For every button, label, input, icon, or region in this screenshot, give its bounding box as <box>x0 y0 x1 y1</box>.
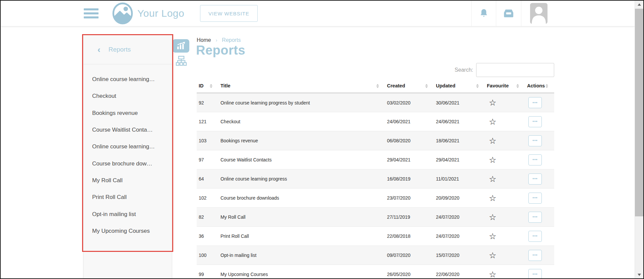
cell-created: 03/02/2020 <box>385 93 434 112</box>
cell-favourite: ☆ <box>485 169 525 189</box>
cell-updated: 15/07/2020 <box>434 246 485 265</box>
reports-table-container: ID Title Created Updated Favourite Actio… <box>197 80 554 279</box>
header-right-cluster <box>471 1 556 26</box>
table-row: 100 Opt-in mailing list 09/07/2020 15/07… <box>197 246 554 265</box>
cell-favourite: ☆ <box>485 112 525 131</box>
bell-icon <box>479 8 488 18</box>
table-row: 102 Course brochure downloads 23/07/2020… <box>197 189 554 208</box>
cell-title: Course brochure downloads <box>218 189 385 208</box>
table-row: 121 Checkout 24/06/2021 24/06/2021 ☆ ••• <box>197 112 554 131</box>
bar-chart-icon <box>176 42 186 50</box>
breadcrumb: Home › Reports <box>197 37 241 43</box>
cell-favourite: ☆ <box>485 265 525 279</box>
column-header-title[interactable]: Title <box>218 80 385 93</box>
logo-text[interactable]: Your Logo <box>137 8 184 19</box>
favourite-star-icon[interactable]: ☆ <box>489 270 496 279</box>
ellipsis-icon: ••• <box>532 120 538 124</box>
cell-updated: 24/07/2020 <box>434 208 485 227</box>
sort-icon[interactable] <box>516 84 519 88</box>
cell-created: 27/11/2019 <box>385 208 434 227</box>
cell-id: 121 <box>197 112 218 131</box>
cell-actions: ••• <box>525 169 554 189</box>
sidebar-report-item[interactable]: Checkout <box>83 88 172 104</box>
row-actions-button[interactable]: ••• <box>528 269 542 279</box>
favourite-star-icon[interactable]: ☆ <box>489 136 496 145</box>
cell-created: 22/08/2018 <box>385 227 434 246</box>
favourite-star-icon[interactable]: ☆ <box>489 193 496 203</box>
row-actions-button[interactable]: ••• <box>528 116 542 127</box>
favourite-star-icon[interactable]: ☆ <box>489 117 496 126</box>
sort-icon[interactable] <box>210 84 212 88</box>
sidebar-back-header[interactable]: ‹ Reports <box>83 35 172 64</box>
chart-view-button[interactable] <box>173 39 189 53</box>
cell-created: 24/06/2021 <box>385 112 434 131</box>
ellipsis-icon: ••• <box>532 272 538 276</box>
hamburger-menu-icon[interactable] <box>84 6 99 20</box>
cell-favourite: ☆ <box>485 189 525 208</box>
sort-icon[interactable] <box>376 84 379 88</box>
row-actions-button[interactable]: ••• <box>528 250 542 261</box>
ellipsis-icon: ••• <box>532 101 538 105</box>
favourite-star-icon[interactable]: ☆ <box>489 212 496 222</box>
sidebar-report-item[interactable]: Course brochure dow… <box>83 155 172 172</box>
inbox-icon <box>504 9 514 18</box>
row-actions-button[interactable]: ••• <box>528 212 542 223</box>
breadcrumb-home-link[interactable]: Home <box>197 37 211 43</box>
page-title: Reports <box>196 43 245 58</box>
table-row: 103 Bookings revenue 06/08/2020 18/06/20… <box>197 131 554 150</box>
reports-sidebar: ‹ Reports Online course learning…Checkou… <box>83 35 172 278</box>
row-actions-button[interactable]: ••• <box>528 97 542 108</box>
sort-icon[interactable] <box>476 84 479 88</box>
table-header-row: ID Title Created Updated Favourite Actio… <box>197 80 554 93</box>
ellipsis-icon: ••• <box>532 253 538 257</box>
column-header-created[interactable]: Created <box>385 80 434 93</box>
cell-updated: 24/06/2021 <box>434 112 485 131</box>
sidebar-report-item[interactable]: Opt-in mailing list <box>83 206 172 222</box>
favourite-star-icon[interactable]: ☆ <box>489 251 496 260</box>
row-actions-button[interactable]: ••• <box>528 193 542 204</box>
sort-icon[interactable] <box>425 84 428 88</box>
favourite-star-icon[interactable]: ☆ <box>489 98 496 107</box>
scroll-up-button[interactable] <box>635 1 643 8</box>
favourite-star-icon[interactable]: ☆ <box>489 231 496 241</box>
favourite-star-icon[interactable]: ☆ <box>489 155 496 164</box>
cell-actions: ••• <box>525 246 554 265</box>
cell-updated: 29/04/2021 <box>434 150 485 169</box>
row-actions-button[interactable]: ••• <box>528 231 542 242</box>
inbox-button[interactable] <box>496 1 521 26</box>
table-row: 99 My Upcoming Courses 26/05/2020 22/06/… <box>197 265 554 279</box>
sidebar-report-item[interactable]: Online course learning… <box>83 71 172 88</box>
sidebar-report-item[interactable]: My Upcoming Courses <box>83 223 172 239</box>
ellipsis-icon: ••• <box>532 196 538 200</box>
row-actions-button[interactable]: ••• <box>528 173 542 185</box>
column-header-updated[interactable]: Updated <box>434 80 485 93</box>
logo-image-icon[interactable] <box>112 2 134 24</box>
sidebar-report-item[interactable]: Bookings revenue <box>83 105 172 122</box>
table-row: 97 Course Waitlist Contacts 29/04/2021 2… <box>197 150 554 169</box>
cell-favourite: ☆ <box>485 150 525 169</box>
notifications-button[interactable] <box>471 1 496 26</box>
cell-id: 102 <box>197 189 218 208</box>
sidebar-report-item[interactable]: Online course learning… <box>83 138 172 155</box>
favourite-star-icon[interactable]: ☆ <box>489 174 496 184</box>
row-actions-button[interactable]: ••• <box>528 135 542 146</box>
cell-actions: ••• <box>525 265 554 279</box>
column-header-actions[interactable]: Actions <box>525 80 554 93</box>
cell-created: 26/05/2020 <box>385 265 434 279</box>
sort-icon[interactable] <box>545 84 548 88</box>
sidebar-report-item[interactable]: Course Waitlist Conta… <box>83 122 172 138</box>
row-actions-button[interactable]: ••• <box>528 154 542 165</box>
column-header-favourite[interactable]: Favourite <box>485 80 525 93</box>
scroll-down-button[interactable] <box>635 271 643 278</box>
vertical-scrollbar <box>635 1 643 278</box>
sitemap-view-button[interactable] <box>176 56 187 66</box>
scrollbar-thumb[interactable] <box>635 9 643 216</box>
sidebar-report-item[interactable]: Print Roll Call <box>83 189 172 206</box>
column-header-id[interactable]: ID <box>197 80 218 93</box>
view-website-button[interactable]: VIEW WEBSITE <box>200 5 258 22</box>
sidebar-report-item[interactable]: My Roll Call <box>83 172 172 189</box>
cell-actions: ••• <box>525 112 554 131</box>
search-input[interactable] <box>476 63 554 77</box>
user-avatar[interactable] <box>521 1 556 26</box>
cell-title: Online course learning progress <box>218 169 385 189</box>
